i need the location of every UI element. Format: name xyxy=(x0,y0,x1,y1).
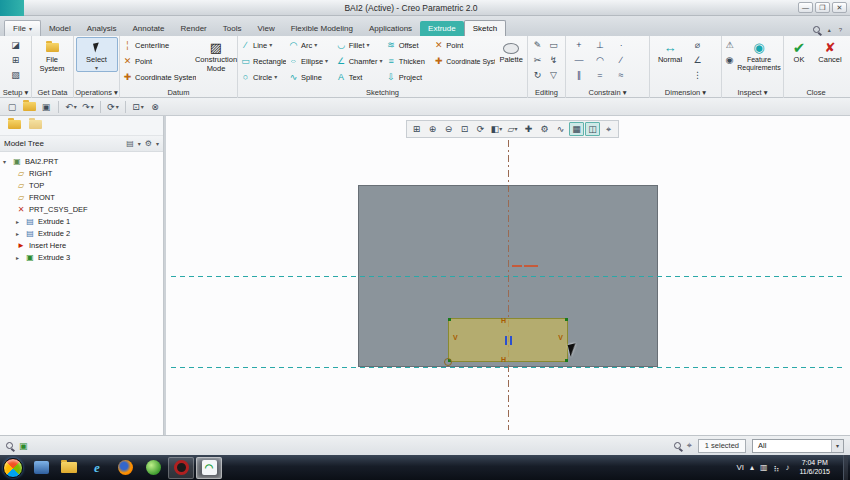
restore-button[interactable]: ❐ xyxy=(815,2,830,13)
tab-sketch[interactable]: Sketch xyxy=(464,20,506,36)
parallel-constraint-icon[interactable]: ∥ xyxy=(569,67,589,82)
line-button[interactable]: ∕Line▾ xyxy=(238,37,286,53)
selection-filter-dropdown[interactable]: All ▾ xyxy=(752,439,844,453)
corner-icon[interactable]: ▽ xyxy=(546,67,561,82)
sketch-csys-button[interactable]: ✚Coordinate System xyxy=(431,53,495,69)
delete-segment-icon[interactable]: ↯ xyxy=(546,52,561,67)
feature-requirements-button[interactable]: ◉ Feature Requirements xyxy=(736,37,782,73)
text-button[interactable]: AText xyxy=(334,69,384,85)
undo-icon[interactable]: ↶▾ xyxy=(63,99,79,114)
vertex-dot[interactable] xyxy=(565,318,568,321)
fillet-button[interactable]: ◡Fillet▾ xyxy=(334,37,384,53)
construction-mode-button[interactable]: ▨ Construction Mode xyxy=(196,37,236,74)
taskbar-app-green[interactable] xyxy=(140,457,166,479)
find-icon[interactable] xyxy=(6,442,13,449)
target-icon[interactable]: ⌖ xyxy=(687,440,692,451)
vertical-centerline[interactable] xyxy=(508,140,509,430)
taskbar-app-1[interactable] xyxy=(28,457,54,479)
reference-dimension-icon[interactable]: ⋮ xyxy=(690,67,705,82)
symmetric-constraint-icon[interactable]: ≈ xyxy=(611,67,631,82)
search-tool-icon[interactable] xyxy=(674,442,681,449)
graphics-area[interactable]: ⊞ ⊕ ⊖ ⊡ ⟳ ◧▾ ▱▾ ✚ ⚙ ∿ ▦ ◫ ⌖ xyxy=(166,116,850,435)
saved-orientations-icon[interactable]: ⊞ xyxy=(409,122,424,136)
refit-icon[interactable]: ⊡ xyxy=(457,122,472,136)
tree-item-insert-here[interactable]: ►Insert Here xyxy=(0,239,163,251)
offset-button[interactable]: ≋Offset xyxy=(384,37,432,53)
network-icon[interactable]: ⣦ xyxy=(774,463,780,472)
action-center-icon[interactable]: ▥ xyxy=(760,463,768,472)
tab-applications[interactable]: Applications xyxy=(361,21,420,36)
circle-button[interactable]: ○Circle▾ xyxy=(238,69,286,85)
tree-item-extrude-1[interactable]: ▸▤Extrude 1 xyxy=(0,215,163,227)
tree-settings-icon[interactable]: ⚙ xyxy=(145,139,152,148)
minimize-ribbon-icon[interactable]: ▴ xyxy=(828,27,831,33)
perimeter-dimension-icon[interactable]: ⌀ xyxy=(690,37,705,52)
tab-extrude[interactable]: Extrude xyxy=(420,21,464,36)
sketch-setup-icon[interactable]: ◪ xyxy=(8,37,23,52)
redo-icon[interactable]: ↷▾ xyxy=(80,99,96,114)
vertex-dot[interactable] xyxy=(448,318,451,321)
references-icon[interactable]: ⊞ xyxy=(8,52,23,67)
zoom-in-icon[interactable]: ⊕ xyxy=(425,122,440,136)
datum-display-filters-icon[interactable]: ▱▾ xyxy=(505,122,520,136)
expander-icon[interactable]: ▸ xyxy=(16,254,22,261)
baseline-dimension-icon[interactable]: ∠ xyxy=(690,52,705,67)
tree-item-extrude-2[interactable]: ▸▤Extrude 2 xyxy=(0,227,163,239)
close-button[interactable]: ✕ xyxy=(832,2,847,13)
folder-browser-icon[interactable] xyxy=(29,120,42,131)
overlapping-geometry-icon[interactable]: ⚠ xyxy=(722,37,737,52)
tab-flexible-modeling[interactable]: Flexible Modeling xyxy=(283,21,361,36)
expander-icon[interactable]: ▸ xyxy=(16,218,22,225)
tree-item-csys[interactable]: ✕PRT_CSYS_DEF xyxy=(0,203,163,215)
chamfer-button[interactable]: ∠Chamfer▾ xyxy=(334,53,384,69)
rectangle-button[interactable]: ▭Rectangle▾ xyxy=(238,53,286,69)
divide-icon[interactable]: ✂ xyxy=(530,52,545,67)
group-label-constrain[interactable]: Constrain ▾ xyxy=(566,86,649,98)
rotate-resize-icon[interactable]: ↻ xyxy=(530,67,545,82)
highlight-open-ends-icon[interactable]: ◉ xyxy=(722,52,737,67)
file-system-button[interactable]: File System xyxy=(32,37,72,74)
horizontal-constraint-icon[interactable]: — xyxy=(569,52,589,67)
tree-item-right-plane[interactable]: ▱RIGHT xyxy=(0,167,163,179)
palette-button[interactable]: Palette xyxy=(495,37,527,66)
tree-item-part[interactable]: ▾▣BAI2.PRT xyxy=(0,155,163,167)
taskbar-clock[interactable]: 7:04 PM 11/6/2015 xyxy=(795,459,834,476)
tree-filters-icon[interactable]: ▤ xyxy=(126,139,134,148)
tab-tools[interactable]: Tools xyxy=(215,21,250,36)
tangent-constraint-icon[interactable]: ◠ xyxy=(590,52,610,67)
tree-item-extrude-3[interactable]: ▸▣Extrude 3 xyxy=(0,251,163,263)
group-label-dimension[interactable]: Dimension ▾ xyxy=(650,86,721,98)
group-label-setup[interactable]: Setup ▾ xyxy=(0,86,31,98)
datum-csys-button[interactable]: ✚Coordinate System xyxy=(120,69,196,85)
thicken-button[interactable]: ≡Thicken xyxy=(384,53,432,69)
volume-icon[interactable]: ♪ xyxy=(785,463,789,472)
taskbar-internet-explorer[interactable]: e xyxy=(84,457,110,479)
select-button[interactable]: Select ▾ xyxy=(76,37,118,72)
sketch-section[interactable]: V V H H xyxy=(448,318,568,362)
normal-dimension-button[interactable]: ↔ Normal xyxy=(650,37,690,66)
sketch-display-filters-icon[interactable]: ▦ xyxy=(569,122,584,136)
expander-icon[interactable]: ▾ xyxy=(3,158,9,165)
show-desktop-button[interactable] xyxy=(843,455,848,480)
vertex-dot[interactable] xyxy=(565,359,568,362)
new-file-icon[interactable]: ▢ xyxy=(4,99,20,114)
hidden-icons-arrow[interactable]: ▴ xyxy=(750,463,754,472)
search-icon[interactable] xyxy=(813,26,820,33)
tree-item-front-plane[interactable]: ▱FRONT xyxy=(0,191,163,203)
tab-annotate[interactable]: Annotate xyxy=(125,21,173,36)
sketch-view-icon[interactable]: ∿ xyxy=(553,122,568,136)
sketch-view-icon[interactable]: ▧ xyxy=(8,67,23,82)
tab-view[interactable]: View xyxy=(249,21,282,36)
tab-analysis[interactable]: Analysis xyxy=(79,21,125,36)
sketch-point-button[interactable]: ✕Point xyxy=(431,37,495,53)
vertical-constraint-icon[interactable]: + xyxy=(569,37,589,52)
midpoint-constraint-icon[interactable]: ∙ xyxy=(611,37,631,52)
ellipse-button[interactable]: ○Ellipse▾ xyxy=(286,53,334,69)
spline-button[interactable]: ∿Spline xyxy=(286,69,334,85)
mirror-icon[interactable]: ▭ xyxy=(546,37,561,52)
arc-button[interactable]: ◠Arc▾ xyxy=(286,37,334,53)
tab-render[interactable]: Render xyxy=(173,21,215,36)
modify-icon[interactable]: ✎ xyxy=(530,37,545,52)
expander-icon[interactable]: ▸ xyxy=(16,230,22,237)
centerline-button[interactable]: ¦Centerline xyxy=(120,37,196,53)
